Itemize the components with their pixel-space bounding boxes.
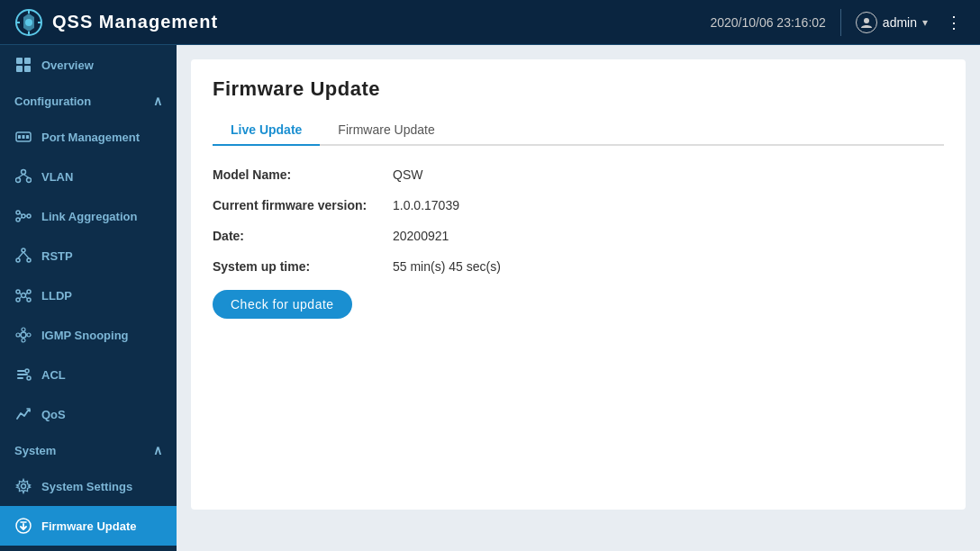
svg-point-21 [16, 218, 20, 221]
datetime-display: 2020/10/06 23:16:02 [710, 15, 825, 30]
svg-line-39 [20, 297, 22, 299]
svg-point-32 [22, 294, 26, 298]
header-divider [840, 9, 841, 36]
firmware-version-row: Current firmware version: 1.0.0.17039 [213, 198, 944, 212]
svg-point-22 [22, 214, 25, 218]
sidebar-item-qos[interactable]: QoS [0, 394, 177, 434]
tab-firmware-update-label: Firmware Update [338, 122, 434, 137]
svg-line-40 [26, 297, 28, 299]
sidebar-item-port-management[interactable]: Port Management [0, 117, 177, 157]
svg-point-27 [22, 248, 25, 252]
svg-point-20 [16, 211, 20, 214]
svg-point-34 [27, 290, 31, 294]
svg-rect-9 [16, 66, 23, 72]
svg-point-43 [27, 333, 31, 337]
svg-line-38 [26, 294, 28, 295]
svg-line-19 [23, 175, 29, 178]
sidebar-section-configuration: Configuration ∧ [0, 85, 177, 117]
svg-line-18 [18, 175, 23, 178]
sidebar-item-link-aggregation[interactable]: Link Aggregation [0, 196, 177, 236]
system-label: System [14, 444, 56, 457]
firmware-update-sidebar-icon [14, 517, 32, 535]
sidebar-item-rstp[interactable]: RSTP [0, 236, 177, 276]
app-title: QSS Management [52, 12, 218, 32]
user-chevron-icon: ▾ [922, 16, 928, 29]
acl-label: ACL [41, 368, 66, 382]
svg-point-36 [27, 298, 31, 302]
svg-point-35 [16, 298, 20, 302]
model-name-label: Model Name: [213, 167, 393, 182]
system-settings-label: System Settings [41, 480, 132, 493]
sidebar-item-overview[interactable]: Overview [0, 45, 177, 85]
svg-point-1 [25, 19, 32, 26]
overview-icon [14, 56, 32, 74]
firmware-update-sidebar-label: Firmware Update [41, 519, 136, 533]
svg-point-41 [21, 332, 26, 338]
svg-line-37 [20, 294, 22, 295]
sidebar-collapse-button[interactable]: « [0, 546, 177, 551]
overview-label: Overview [41, 59, 94, 72]
system-uptime-label: System up time: [213, 259, 393, 274]
svg-point-54 [27, 376, 31, 380]
port-management-label: Port Management [41, 131, 140, 144]
svg-line-30 [18, 252, 23, 258]
svg-point-16 [16, 178, 21, 183]
svg-point-55 [22, 484, 26, 489]
sidebar-item-firmware-update[interactable]: Firmware Update [0, 506, 177, 546]
svg-point-28 [16, 258, 20, 262]
tab-firmware-update[interactable]: Firmware Update [320, 115, 452, 146]
date-label: Date: [213, 229, 393, 243]
configuration-label: Configuration [14, 95, 91, 108]
acl-icon [14, 366, 32, 384]
system-uptime-value: 55 min(s) 45 sec(s) [393, 259, 501, 274]
svg-line-24 [20, 212, 22, 215]
content-panel: Firmware Update Live Update Firmware Upd… [191, 59, 966, 510]
tabs-container: Live Update Firmware Update [213, 115, 944, 146]
svg-line-25 [20, 217, 22, 220]
user-avatar-icon [856, 12, 877, 33]
link-aggregation-label: Link Aggregation [41, 210, 137, 223]
sidebar-item-lldp[interactable]: LLDP [0, 276, 177, 315]
system-chevron-icon: ∧ [153, 443, 162, 457]
rstp-icon [14, 247, 32, 265]
port-management-icon [14, 128, 32, 146]
svg-point-45 [22, 339, 25, 342]
model-name-row: Model Name: QSW [213, 167, 944, 182]
content-area: Firmware Update Live Update Firmware Upd… [177, 45, 980, 551]
system-uptime-row: System up time: 55 min(s) 45 sec(s) [213, 259, 944, 274]
username-label: admin [883, 15, 917, 30]
sidebar-item-vlan[interactable]: VLAN [0, 157, 177, 196]
svg-point-42 [16, 333, 20, 337]
svg-rect-10 [24, 66, 31, 72]
tab-live-update[interactable]: Live Update [213, 115, 320, 146]
svg-point-23 [27, 214, 31, 218]
date-value: 20200921 [393, 229, 449, 243]
sidebar-item-igmp-snooping[interactable]: IGMP Snooping [0, 315, 177, 355]
svg-point-53 [25, 369, 29, 373]
svg-rect-7 [16, 58, 23, 64]
svg-rect-8 [24, 58, 31, 64]
sidebar-section-system: System ∧ [0, 434, 177, 466]
system-settings-icon [14, 477, 32, 495]
more-menu-icon[interactable]: ⋮ [942, 9, 966, 36]
igmp-snooping-label: IGMP Snooping [41, 329, 129, 342]
sidebar-item-system-settings[interactable]: System Settings [0, 466, 177, 506]
firmware-version-value: 1.0.0.17039 [393, 198, 459, 212]
igmp-snooping-icon [14, 326, 32, 344]
svg-point-6 [864, 18, 869, 23]
svg-point-15 [22, 170, 26, 175]
qos-label: QoS [41, 408, 66, 421]
sidebar-item-acl[interactable]: ACL [0, 355, 177, 394]
vlan-icon [14, 167, 32, 185]
model-name-value: QSW [393, 167, 422, 182]
lldp-label: LLDP [41, 289, 72, 303]
check-for-update-button[interactable]: Check for update [213, 290, 352, 319]
qos-icon [14, 405, 32, 423]
header-logo: QSS Management [14, 8, 710, 37]
svg-point-17 [27, 178, 32, 183]
page-title: Firmware Update [213, 77, 944, 101]
sidebar: Overview Configuration ∧ Port Management… [0, 45, 177, 551]
tab-live-update-label: Live Update [231, 122, 302, 137]
header-right: 2020/10/06 23:16:02 admin ▾ ⋮ [710, 9, 966, 36]
user-menu[interactable]: admin ▾ [856, 12, 928, 33]
